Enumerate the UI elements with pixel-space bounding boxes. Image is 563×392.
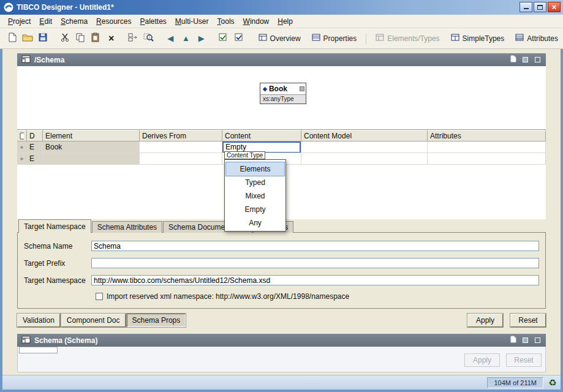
menu-schema[interactable]: Schema	[56, 15, 92, 28]
reset-button-disabled[interactable]: Reset	[506, 353, 542, 367]
row-status-cell[interactable]	[17, 153, 27, 165]
garbage-collect-button[interactable]: ♻	[548, 379, 557, 387]
row-content-model-cell[interactable]	[301, 141, 428, 153]
component-doc-button[interactable]: Component Doc	[61, 314, 126, 327]
column-header-icon-col[interactable]	[17, 130, 27, 141]
panel-minimize-button[interactable]	[521, 56, 529, 64]
delete-icon: ×	[108, 34, 114, 43]
menu-project[interactable]: Project	[4, 15, 35, 28]
node-handle[interactable]	[300, 86, 304, 91]
attributes-button[interactable]: Attributes	[510, 31, 563, 45]
find-resource-button[interactable]	[142, 31, 156, 46]
menu-edit[interactable]: Edit	[35, 15, 56, 28]
dock-palette-button[interactable]	[126, 31, 140, 46]
row-derives-cell[interactable]	[140, 141, 222, 153]
row-attributes-cell[interactable]	[428, 141, 546, 153]
schema-props-button[interactable]: Schema Props	[127, 314, 186, 327]
row-kind-cell[interactable]: E	[27, 153, 43, 165]
dropdown-item-elements[interactable]: Elements	[226, 162, 284, 176]
partial-tab[interactable]	[19, 347, 58, 353]
panel-maximize-button[interactable]	[533, 56, 542, 64]
target-namespace-input[interactable]	[91, 275, 539, 285]
cut-button[interactable]	[58, 31, 72, 46]
row-kind-cell[interactable]: E	[27, 141, 43, 153]
delete-button[interactable]: ×	[104, 31, 118, 46]
apply-button-disabled[interactable]: Apply	[464, 353, 500, 367]
menu-help[interactable]: Help	[273, 15, 297, 28]
new-document-icon	[7, 32, 17, 44]
minimize-button[interactable]	[520, 2, 532, 12]
validate-resource-button[interactable]	[216, 31, 230, 46]
apply-button[interactable]: Apply	[467, 314, 503, 327]
row-content-model-cell[interactable]	[301, 153, 428, 165]
schema-panel-header[interactable]: /Schema	[17, 53, 546, 66]
import-xml-namespace-checkbox[interactable]	[96, 293, 103, 300]
dropdown-item-any[interactable]: Any	[225, 216, 285, 230]
cut-scissors-icon	[60, 32, 70, 44]
menu-tools[interactable]: Tools	[213, 15, 239, 28]
back-arrow-icon: ◀	[167, 34, 173, 42]
palette-dock-icon	[128, 32, 138, 44]
window-title: TIBCO Designer - Untitled1*	[17, 3, 114, 12]
copy-button[interactable]	[73, 31, 87, 46]
overview-label: Overview	[270, 34, 301, 43]
row-element-cell[interactable]: Book	[43, 141, 140, 153]
simpletypes-button[interactable]: SimpleTypes	[446, 31, 510, 45]
close-button[interactable]: ×	[548, 2, 561, 12]
menu-resources[interactable]: Resources	[92, 15, 135, 28]
maximize-button[interactable]	[534, 2, 546, 12]
menu-window[interactable]: Window	[239, 15, 274, 28]
titlebar[interactable]: TIBCO Designer - Untitled1* ×	[0, 0, 563, 15]
column-header-derives-from[interactable]: Derives From	[140, 130, 222, 141]
window-border	[0, 15, 2, 390]
up-button[interactable]: ▲	[179, 31, 193, 46]
column-header-d[interactable]: D	[27, 130, 43, 141]
row-element-cell[interactable]	[43, 153, 140, 165]
column-header-content[interactable]: Content	[222, 130, 301, 141]
element-diamond-icon: ◆	[263, 86, 267, 92]
validate-check-icon	[218, 32, 228, 44]
menu-multi-user[interactable]: Multi-User	[171, 15, 213, 28]
schema-name-input[interactable]	[91, 241, 539, 251]
column-header-attributes[interactable]: Attributes	[428, 130, 546, 141]
panel-maximize-button[interactable]	[533, 336, 542, 345]
row-status-cell[interactable]	[17, 141, 27, 153]
node-type: xs:anyType	[260, 94, 306, 104]
validation-button[interactable]: Validation	[17, 314, 60, 327]
forward-button[interactable]: ▶	[194, 31, 208, 46]
paste-button[interactable]	[89, 31, 103, 46]
target-prefix-input[interactable]	[91, 258, 539, 268]
reset-button[interactable]: Reset	[510, 314, 546, 327]
properties-button[interactable]: Properties	[307, 31, 362, 45]
minimize-icon	[524, 5, 529, 9]
panel-float-icon	[510, 336, 516, 345]
dropdown-item-typed[interactable]: Typed	[225, 176, 285, 189]
dropdown-item-mixed[interactable]: Mixed	[225, 189, 285, 203]
elements-types-button[interactable]: Elements/Types	[371, 31, 444, 45]
target-prefix-label: Target Prefix	[24, 259, 91, 268]
bottom-panel-header[interactable]: Schema (Schema)	[17, 334, 546, 347]
paste-clipboard-icon	[91, 32, 100, 44]
schema-name-label: Schema Name	[24, 242, 91, 251]
row-attributes-cell[interactable]	[428, 153, 546, 165]
panel-float-button[interactable]	[508, 336, 517, 345]
overview-button[interactable]: Overview	[254, 31, 306, 45]
validate-project-button[interactable]	[232, 31, 246, 46]
schema-canvas[interactable]: ◆ Book xs:anyType	[17, 66, 546, 130]
dropdown-item-empty[interactable]: Empty	[225, 203, 285, 216]
column-header-content-model[interactable]: Content Model	[301, 130, 428, 141]
row-derives-cell[interactable]	[140, 153, 222, 165]
panel-float-button[interactable]	[508, 56, 517, 64]
column-header-element[interactable]: Element	[43, 130, 140, 141]
open-button[interactable]	[20, 31, 34, 46]
tab-schema-attributes[interactable]: Schema Attributes	[92, 221, 162, 233]
menu-palettes[interactable]: Palettes	[135, 15, 170, 28]
panel-minimize-button[interactable]	[521, 336, 529, 345]
elements-types-label: Elements/Types	[387, 34, 439, 43]
book-element-node[interactable]: ◆ Book xs:anyType	[260, 83, 306, 104]
new-button[interactable]	[5, 31, 19, 46]
magnifier-icon	[143, 32, 154, 45]
back-button[interactable]: ◀	[164, 31, 178, 46]
save-button[interactable]	[36, 31, 50, 46]
tab-target-namespace[interactable]: Target Namespace	[18, 219, 91, 233]
